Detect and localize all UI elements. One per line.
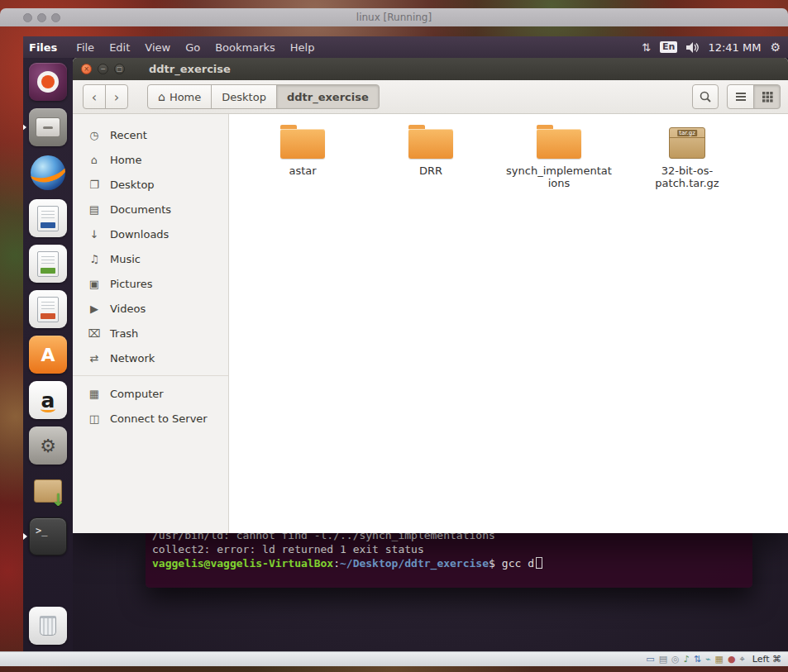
menu-file[interactable]: File <box>69 41 102 54</box>
launcher-item-terminal[interactable]: >_ <box>29 517 67 555</box>
network-indicator-icon[interactable]: ⇅ <box>642 41 651 54</box>
launcher-item-firefox[interactable] <box>29 154 67 192</box>
sidebar-item-music[interactable]: ♫ Music <box>73 246 228 271</box>
grid-view-button[interactable] <box>753 84 781 109</box>
minimize-icon[interactable]: − <box>98 64 108 74</box>
display-icon[interactable]: ▭ <box>646 655 654 664</box>
search-button[interactable] <box>692 84 719 109</box>
path-segment-label: Home <box>170 91 201 103</box>
sidebar-label: Documents <box>110 203 171 216</box>
sidebar-label: Desktop <box>110 179 155 191</box>
picture-icon: ▣ <box>88 278 101 290</box>
host-key-label: Left ⌘ <box>752 654 781 665</box>
sidebar-label: Pictures <box>110 278 152 290</box>
file-item-astar[interactable]: astar <box>249 124 356 177</box>
menu-view[interactable]: View <box>137 41 178 54</box>
clock[interactable]: 12:41 MM <box>708 41 761 54</box>
volume-icon[interactable] <box>686 42 699 53</box>
terminal-line: /usr/bin/ld: cannot find -l./../synch_im… <box>152 533 746 542</box>
path-segment-current[interactable]: ddtr_exercise <box>276 84 380 109</box>
server-icon: ◫ <box>88 412 101 425</box>
path-bar: ⌂ Home Desktop ddtr_exercise <box>147 84 380 109</box>
usb-icon[interactable]: ⌁ <box>705 655 711 664</box>
prompt-symbol: $ <box>489 557 495 570</box>
view-switcher <box>727 84 781 109</box>
shared-folders-icon[interactable]: ▦ <box>715 655 724 664</box>
sidebar-item-desktop[interactable]: ❐ Desktop <box>73 172 228 197</box>
sidebar-item-connect-to-server[interactable]: ◫ Connect to Server <box>73 406 228 431</box>
menu-go[interactable]: Go <box>178 41 208 54</box>
audio-icon[interactable]: ♪ <box>684 655 690 664</box>
network-icon[interactable]: ⇅ <box>694 655 701 664</box>
sidebar-label: Downloads <box>110 228 169 241</box>
window-title: ddtr_exercise <box>149 63 231 75</box>
network-icon: ⇄ <box>88 352 101 365</box>
file-list-area: astar DRR synch_implementations tar.gz 3… <box>229 114 788 533</box>
sidebar-item-computer[interactable]: ▦ Computer <box>73 381 228 406</box>
trash-icon: ⌧ <box>88 327 101 340</box>
download-icon: ↓ <box>88 228 101 241</box>
sidebar-item-trash[interactable]: ⌧ Trash <box>73 321 228 346</box>
sidebar-label: Videos <box>110 303 146 315</box>
sidebar-label: Computer <box>110 388 164 400</box>
recording-icon[interactable]: ● <box>728 655 736 664</box>
file-item-drr[interactable]: DRR <box>377 124 485 177</box>
file-label: 32-bit-os-patch.tar.gz <box>633 164 741 189</box>
terminal-cursor <box>536 557 542 569</box>
typed-command: gcc d <box>502 557 534 570</box>
download-arrow-icon: ↓ <box>50 490 65 510</box>
sidebar-item-documents[interactable]: ▤ Documents <box>73 197 228 222</box>
launcher-item-system-settings[interactable]: ⚙ <box>29 427 67 465</box>
back-button[interactable]: ‹ <box>83 84 106 109</box>
panel-app-name[interactable]: Files <box>29 41 57 54</box>
sidebar-item-pictures[interactable]: ▣ Pictures <box>73 271 228 296</box>
running-indicator <box>23 533 27 540</box>
maximize-icon[interactable]: ▢ <box>114 64 125 74</box>
keyboard-layout-indicator[interactable]: En <box>660 41 677 53</box>
running-indicator <box>23 124 26 131</box>
mouse-integration-icon[interactable]: ⌖ <box>740 655 745 664</box>
vm-window-titlebar[interactable]: linux [Running] <box>0 8 788 26</box>
ubuntu-desktop: Files File Edit View Go Bookmarks Help ⇅… <box>23 36 788 651</box>
menu-edit[interactable]: Edit <box>102 41 137 54</box>
forward-button[interactable]: › <box>105 84 128 109</box>
file-item-32-bit-os-patch[interactable]: tar.gz 32-bit-os-patch.tar.gz <box>633 124 741 189</box>
sidebar-separator <box>73 375 228 376</box>
launcher-item-dash-home[interactable] <box>29 63 67 101</box>
launcher-item-files[interactable] <box>29 108 67 146</box>
launcher-item-archive-installer[interactable]: ↓ <box>29 472 67 510</box>
hard-disk-icon[interactable]: ▤ <box>659 655 667 664</box>
search-icon <box>699 90 712 103</box>
launcher-item-ubuntu-software[interactable]: A <box>29 336 67 374</box>
menu-help[interactable]: Help <box>283 41 322 54</box>
sidebar-item-downloads[interactable]: ↓ Downloads <box>73 222 228 246</box>
recent-icon: ◷ <box>88 129 101 141</box>
terminal-window[interactable]: /usr/bin/ld: cannot find -l./../synch_im… <box>146 533 752 588</box>
optical-drive-icon[interactable]: ◎ <box>671 655 680 664</box>
file-item-synch-implementations[interactable]: synch_implementations <box>505 124 613 189</box>
path-segment-desktop[interactable]: Desktop <box>211 84 277 109</box>
list-view-button[interactable] <box>727 84 754 109</box>
impress-presentation-icon <box>37 297 59 322</box>
calc-spreadsheet-icon <box>37 251 59 277</box>
window-titlebar[interactable]: × − ▢ ddtr_exercise <box>73 58 788 80</box>
sidebar-item-home[interactable]: ⌂ Home <box>73 147 228 172</box>
menu-bookmarks[interactable]: Bookmarks <box>208 41 283 54</box>
sidebar-item-network[interactable]: ⇄ Network <box>73 346 228 370</box>
sidebar-item-videos[interactable]: ▶ Videos <box>73 296 228 321</box>
launcher-item-libreoffice-writer[interactable] <box>29 199 67 237</box>
files-window: × − ▢ ddtr_exercise ‹ › ⌂ Home Desktop d… <box>73 58 788 533</box>
launcher-item-trash[interactable] <box>29 607 67 645</box>
trash-basket-icon <box>40 616 56 636</box>
settings-gear-icon: ⚙ <box>40 436 56 456</box>
path-segment-home[interactable]: ⌂ Home <box>147 84 212 109</box>
launcher-item-libreoffice-impress[interactable] <box>29 290 67 328</box>
launcher-item-libreoffice-calc[interactable] <box>29 245 67 283</box>
launcher-item-amazon[interactable]: a <box>29 381 67 419</box>
video-icon: ▶ <box>88 303 101 315</box>
amazon-smile-icon <box>41 406 55 412</box>
sidebar-label: Network <box>110 352 155 365</box>
session-gear-icon[interactable]: ⚙ <box>770 41 781 54</box>
sidebar-item-recent[interactable]: ◷ Recent <box>73 122 228 147</box>
close-icon[interactable]: × <box>81 64 92 74</box>
